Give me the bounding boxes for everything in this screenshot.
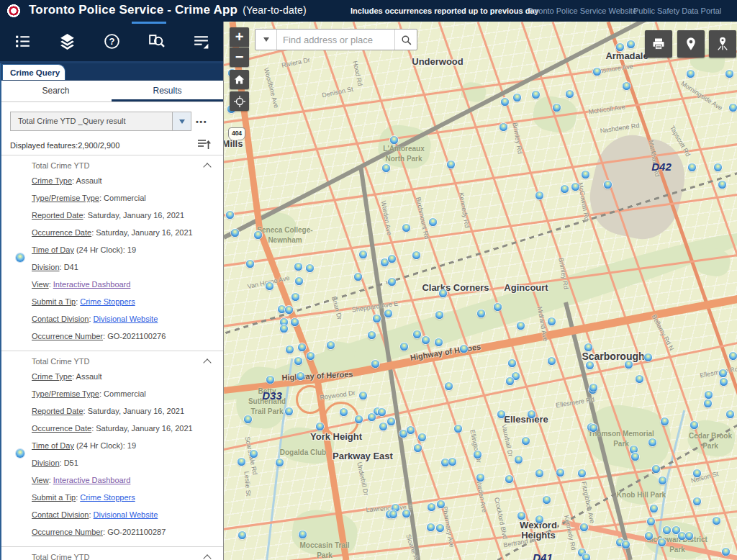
crime-marker[interactable]	[291, 318, 299, 326]
crime-marker[interactable]	[400, 343, 408, 351]
crime-marker[interactable]	[580, 523, 588, 531]
crime-marker[interactable]	[535, 515, 543, 523]
zoom-out-button[interactable]: −	[230, 48, 249, 67]
crime-marker[interactable]	[429, 218, 437, 226]
crime-marker[interactable]	[714, 163, 722, 171]
crime-marker[interactable]	[548, 357, 556, 365]
field-link[interactable]: Divisional Website	[94, 315, 158, 323]
crime-marker[interactable]	[636, 375, 643, 383]
crime-marker[interactable]	[295, 277, 303, 285]
crime-marker[interactable]	[286, 346, 294, 353]
crime-marker[interactable]	[690, 421, 698, 429]
crime-marker[interactable]	[299, 530, 307, 538]
crime-marker[interactable]	[359, 250, 367, 258]
crime-marker[interactable]	[616, 43, 624, 51]
crime-marker[interactable]	[297, 372, 304, 380]
home-button[interactable]	[230, 70, 249, 89]
field-link[interactable]: Crime Stoppers	[80, 297, 135, 306]
crime-marker[interactable]	[285, 407, 293, 415]
crime-marker[interactable]	[553, 104, 561, 112]
crime-marker[interactable]	[306, 264, 314, 272]
help-icon[interactable]: ?	[101, 31, 122, 53]
crime-marker[interactable]	[390, 136, 398, 144]
crime-marker[interactable]	[307, 352, 315, 360]
crime-marker[interactable]	[571, 183, 579, 191]
layers-icon[interactable]	[56, 31, 78, 53]
crime-marker[interactable]	[389, 510, 397, 518]
crime-marker[interactable]	[384, 310, 392, 317]
search-button[interactable]	[394, 30, 417, 50]
crime-marker[interactable]	[414, 444, 422, 452]
data-portal-link[interactable]: Public Safety Data Portal	[633, 6, 721, 15]
crime-marker[interactable]	[647, 518, 655, 525]
crime-marker[interactable]	[522, 437, 530, 445]
crime-marker[interactable]	[593, 68, 601, 76]
crime-marker[interactable]	[556, 469, 564, 477]
crime-marker[interactable]	[506, 377, 514, 385]
field-link[interactable]: Interactive Dashboard	[53, 476, 131, 484]
crime-marker[interactable]	[276, 459, 284, 466]
crime-marker[interactable]	[589, 384, 597, 392]
crime-marker[interactable]	[412, 251, 420, 259]
crime-marker[interactable]	[718, 181, 726, 189]
crime-marker[interactable]	[316, 423, 324, 430]
crime-marker[interactable]	[528, 410, 535, 418]
crime-marker[interactable]	[725, 70, 733, 78]
crime-marker[interactable]	[476, 474, 484, 482]
crime-marker[interactable]	[226, 211, 234, 219]
crime-marker[interactable]	[517, 512, 525, 520]
crime-marker[interactable]	[713, 517, 720, 525]
crime-marker[interactable]	[535, 469, 543, 477]
field-link[interactable]: Crime Stoppers	[80, 493, 135, 502]
crime-marker[interactable]	[355, 415, 363, 423]
zoom-in-button[interactable]: +	[230, 27, 249, 47]
crime-marker[interactable]	[494, 303, 502, 311]
print-button[interactable]	[645, 30, 672, 58]
crime-marker[interactable]	[231, 229, 239, 237]
crime-marker[interactable]	[439, 289, 447, 297]
crime-marker[interactable]	[566, 90, 574, 98]
crime-marker[interactable]	[719, 369, 727, 377]
crime-marker[interactable]	[294, 357, 302, 365]
crime-marker[interactable]	[589, 424, 597, 432]
crime-marker[interactable]	[582, 171, 589, 179]
crime-marker[interactable]	[535, 191, 543, 199]
crime-marker[interactable]	[501, 98, 509, 106]
crime-marker[interactable]	[368, 331, 376, 339]
crime-marker[interactable]	[294, 263, 302, 271]
crime-marker[interactable]	[508, 359, 516, 367]
crime-marker[interactable]	[285, 306, 293, 314]
crime-marker[interactable]	[584, 343, 592, 351]
crime-marker[interactable]	[693, 469, 701, 477]
crime-marker[interactable]	[428, 503, 435, 511]
crime-marker[interactable]	[373, 315, 381, 322]
crime-marker[interactable]	[685, 532, 693, 540]
crime-query-tab[interactable]: Crime Query	[2, 64, 65, 80]
crime-marker[interactable]	[266, 376, 274, 384]
crime-marker[interactable]	[402, 510, 410, 518]
crime-marker[interactable]	[298, 343, 306, 351]
crime-marker[interactable]	[388, 278, 396, 286]
edit-menu-icon[interactable]	[190, 31, 212, 53]
search-input[interactable]	[277, 30, 394, 50]
crime-marker[interactable]	[505, 475, 513, 483]
crime-marker[interactable]	[254, 231, 262, 239]
crime-marker[interactable]	[625, 361, 633, 369]
feature-actions-icon[interactable]	[197, 138, 212, 150]
crime-marker[interactable]	[418, 433, 426, 441]
crime-marker[interactable]	[650, 505, 658, 512]
crime-marker[interactable]	[250, 450, 258, 458]
dropdown-button[interactable]	[172, 112, 191, 130]
crime-marker[interactable]	[704, 399, 712, 407]
crime-marker[interactable]	[368, 413, 376, 421]
field-link[interactable]: Divisional Website	[94, 510, 158, 519]
crime-marker[interactable]	[447, 161, 455, 168]
chevron-up-icon[interactable]	[203, 358, 211, 366]
crime-marker[interactable]	[543, 496, 551, 504]
tab-search[interactable]: Search	[0, 81, 112, 101]
crime-marker[interactable]	[548, 317, 556, 325]
crime-marker[interactable]	[474, 451, 481, 459]
crime-marker[interactable]	[340, 408, 348, 416]
query-result-dropdown[interactable]: Total Crime YTD _Query result	[10, 112, 191, 131]
crime-marker[interactable]	[623, 82, 630, 90]
